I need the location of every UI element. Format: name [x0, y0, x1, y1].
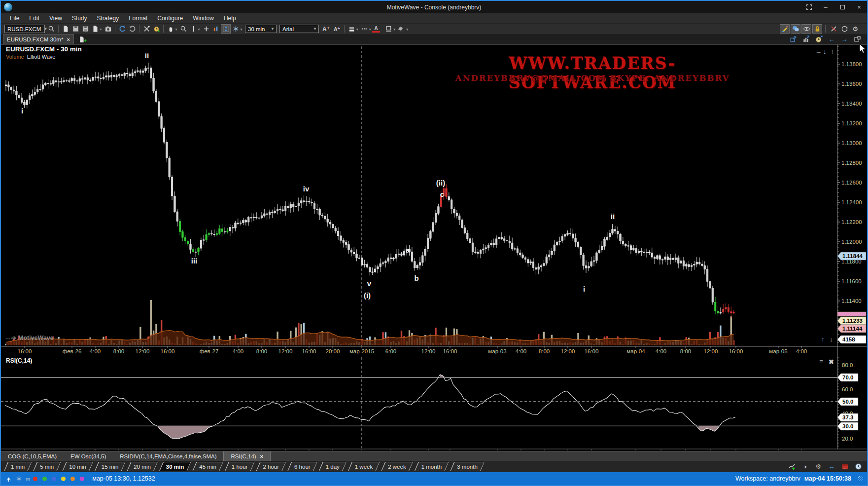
timeframe-tab-30-min[interactable]: 30 min: [159, 462, 191, 471]
alert-clock-icon[interactable]: [151, 24, 161, 34]
line-style-icon[interactable]: ▼: [359, 24, 369, 34]
timeframe-combo[interactable]: 30 min▼: [245, 25, 277, 33]
forward-arrow-icon[interactable]: →: [839, 35, 849, 44]
clock-icon[interactable]: [853, 462, 863, 471]
lock-chart-icon[interactable]: [812, 24, 822, 34]
infinity-icon[interactable]: ∞: [26, 476, 30, 482]
rsi-menu-icon: ≡: [819, 358, 823, 366]
svg-text:iii: iii: [191, 257, 198, 265]
add-component-icon[interactable]: [201, 24, 211, 34]
menu-window[interactable]: Window: [188, 14, 219, 23]
timeframe-tab-1-hour[interactable]: 1 hour: [225, 462, 255, 471]
new-chart-icon[interactable]: [61, 24, 70, 34]
connection-icon[interactable]: [5, 475, 12, 483]
search-icon[interactable]: [46, 24, 56, 34]
theme-icon[interactable]: ◑: [800, 462, 810, 471]
new-study-icon[interactable]: [787, 462, 797, 471]
undo-icon[interactable]: [117, 24, 127, 34]
chart-analysis-icon[interactable]: [801, 35, 811, 44]
save-all-icon[interactable]: [80, 24, 90, 34]
back-arrow-icon[interactable]: ←: [827, 35, 836, 44]
close-tab-icon[interactable]: ×: [67, 37, 69, 42]
timeframe-tab-1-day[interactable]: 1 day: [319, 462, 347, 471]
timeframe-tab-10-min[interactable]: 10 min: [62, 462, 93, 471]
menu-edit[interactable]: Edit: [24, 14, 44, 23]
timeframe-tab-1-month[interactable]: 1 month: [415, 462, 449, 471]
screenshot-icon[interactable]: [103, 24, 113, 34]
timeframe-tab-2-week[interactable]: 2 week: [381, 462, 413, 471]
export-icon[interactable]: ▼: [90, 24, 100, 34]
fullscreen-button[interactable]: [805, 3, 813, 11]
minimize-button[interactable]: –: [822, 3, 830, 11]
time-axis-lock-icon[interactable]: [221, 24, 231, 34]
close-button[interactable]: ×: [855, 3, 863, 11]
timeframe-tab-15-min[interactable]: 15 min: [95, 462, 126, 471]
timeframe-tab-2-hour[interactable]: 2 hour: [256, 462, 286, 471]
menu-file[interactable]: File: [5, 14, 24, 23]
timeframe-tab-45-min[interactable]: 45 min: [192, 462, 223, 471]
timeframe-tab-1-week[interactable]: 1 week: [348, 462, 380, 471]
study-tab-rsi[interactable]: RSI(C,14)×: [223, 451, 271, 461]
font-decrease-icon[interactable]: A⁺: [332, 26, 342, 32]
save-icon[interactable]: [70, 24, 80, 34]
menu-format[interactable]: Format: [124, 14, 152, 23]
replay-icon[interactable]: [839, 24, 849, 34]
font-combo[interactable]: Arial▼: [279, 25, 319, 33]
maximize-button[interactable]: [838, 3, 846, 11]
pan-resize-icon[interactable]: ↔: [827, 462, 836, 471]
degree-tool-icon[interactable]: ▼: [231, 24, 241, 34]
axis-scroll-arrow-icon: ↓: [823, 48, 827, 55]
menu-view[interactable]: View: [44, 14, 67, 23]
font-color-icon[interactable]: A: [372, 25, 380, 33]
strategy-wand-icon[interactable]: [141, 24, 151, 34]
menu-strategy[interactable]: Strategy: [92, 14, 124, 23]
timeframe-tab-20-min[interactable]: 20 min: [127, 462, 158, 471]
timeframe-tab-1-min[interactable]: 1 min: [4, 462, 32, 471]
line-width-icon[interactable]: ▼: [347, 24, 356, 34]
chart-area[interactable]: EURUSD.FXCM - 30 min VolumeElliott Wave …: [1, 44, 867, 485]
chart-type-icon[interactable]: [211, 24, 221, 34]
svg-text:1.11600: 1.11600: [841, 278, 862, 284]
rsi-panel-canvas[interactable]: 80.060.040.020.070.050.037.330.0RSI(C,14…: [1, 355, 867, 451]
gear-chart-icon[interactable]: ⚙: [813, 462, 823, 471]
study-tab-rsidiv[interactable]: RSIDIV(C,14,EMA,Close,4,false,SMA): [113, 451, 223, 461]
settings-gear-icon[interactable]: ⚙: [850, 24, 860, 34]
chart-tab-eurusd[interactable]: EURUSD.FXCM 30m* ×: [3, 34, 74, 44]
border-color-icon[interactable]: ▼: [384, 24, 394, 34]
fill-color-icon[interactable]: ▼: [397, 24, 407, 34]
study-tab-ew-osc[interactable]: EW Osc(34,5): [64, 451, 113, 461]
redo-icon[interactable]: [127, 24, 137, 34]
open-window-icon[interactable]: [788, 35, 798, 44]
time-money-icon[interactable]: [814, 35, 824, 44]
new-tab-icon[interactable]: +: [77, 35, 87, 44]
svg-text:4:00: 4:00: [516, 348, 526, 354]
crosshair-tool-icon[interactable]: ▼: [188, 24, 198, 34]
symbol-combo[interactable]: RUSD.FXCM▼: [4, 25, 45, 33]
tools-icon[interactable]: [829, 24, 838, 34]
main-chart-canvas[interactable]: iiiiiiivv(i)ab(ii)ciii1.138001.136001.13…: [1, 44, 867, 355]
svg-text:(i): (i): [364, 291, 371, 299]
title-bar[interactable]: MotiveWave - Console (andreybbrv) –×: [1, 1, 867, 13]
menu-configure[interactable]: Configure: [152, 14, 188, 23]
menu-study[interactable]: Study: [67, 14, 92, 23]
timeframe-tab-5-min[interactable]: 5 min: [33, 462, 61, 471]
motivewave-watermark-arrows-icon: ↔➔: [5, 334, 16, 341]
timeframe-tab-6-hour[interactable]: 6 hour: [287, 462, 317, 471]
resize-grip[interactable]: [858, 476, 863, 481]
timeframe-tab-3-month[interactable]: 3 month: [450, 462, 485, 471]
snowflake-icon[interactable]: [15, 475, 23, 483]
panel-toggle-icon[interactable]: [852, 35, 862, 44]
visibility-icon[interactable]: [801, 24, 811, 34]
calendar-icon[interactable]: [840, 462, 850, 471]
edit-study-icon[interactable]: [780, 24, 790, 34]
menu-help[interactable]: Help: [219, 14, 241, 23]
study-tab-cog[interactable]: COG (C,10,5,EMA): [1, 451, 64, 461]
pan-hand-icon[interactable]: ▼: [166, 24, 175, 34]
toolbar-separator: [139, 25, 139, 33]
close-study-icon[interactable]: ×: [260, 453, 263, 459]
svg-text:v: v: [367, 279, 372, 288]
zoom-tool-icon[interactable]: [178, 24, 188, 34]
font-increase-icon[interactable]: A⁺: [320, 26, 332, 33]
comments-icon[interactable]: [791, 24, 800, 34]
svg-text:1.12600: 1.12600: [841, 180, 862, 186]
